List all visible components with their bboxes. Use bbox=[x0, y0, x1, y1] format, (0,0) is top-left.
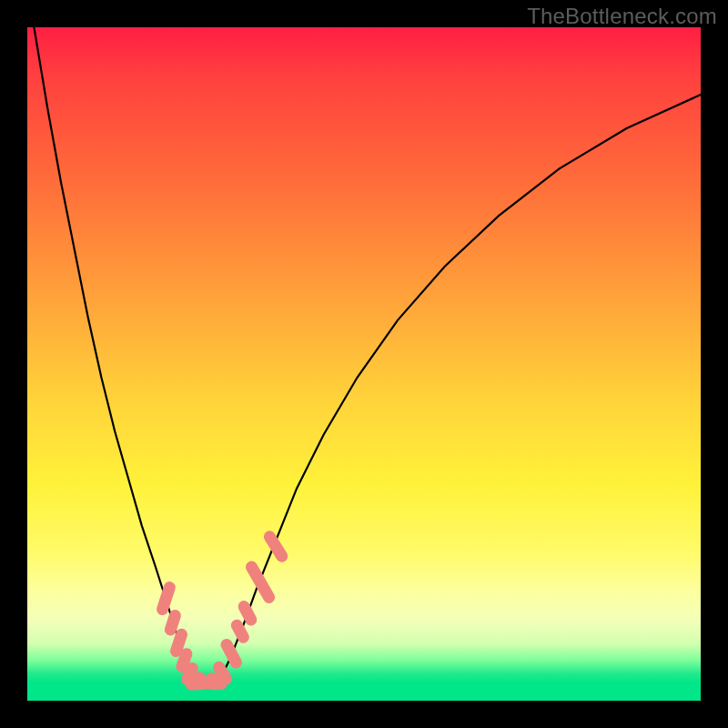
highlight-capsule bbox=[244, 607, 251, 620]
bottleneck-curve bbox=[34, 27, 701, 684]
highlight-capsule bbox=[163, 588, 170, 610]
watermark-text: TheBottleneck.com bbox=[527, 4, 717, 29]
bottleneck-curve-path bbox=[34, 27, 701, 684]
highlight-capsule bbox=[170, 615, 175, 629]
highlight-capsule bbox=[177, 634, 182, 651]
highlight-markers bbox=[163, 537, 282, 684]
highlight-capsule bbox=[182, 654, 187, 667]
outer-frame: TheBottleneck.com bbox=[0, 0, 728, 728]
highlight-capsule bbox=[237, 625, 243, 637]
curve-layer bbox=[27, 27, 701, 701]
highlight-capsule bbox=[227, 644, 236, 662]
highlight-capsule bbox=[219, 667, 227, 679]
